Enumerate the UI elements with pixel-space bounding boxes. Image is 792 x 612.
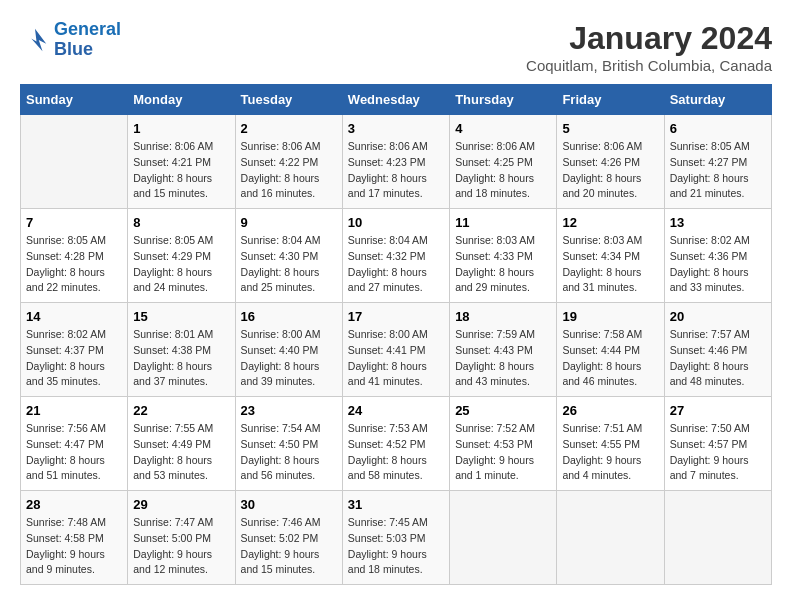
day-info: Sunrise: 8:06 AMSunset: 4:23 PMDaylight:… (348, 139, 444, 202)
day-number: 28 (26, 497, 122, 512)
calendar-cell: 29Sunrise: 7:47 AMSunset: 5:00 PMDayligh… (128, 491, 235, 585)
day-info: Sunrise: 7:51 AMSunset: 4:55 PMDaylight:… (562, 421, 658, 484)
calendar-cell: 17Sunrise: 8:00 AMSunset: 4:41 PMDayligh… (342, 303, 449, 397)
day-info: Sunrise: 7:58 AMSunset: 4:44 PMDaylight:… (562, 327, 658, 390)
day-header-friday: Friday (557, 85, 664, 115)
day-info: Sunrise: 8:04 AMSunset: 4:32 PMDaylight:… (348, 233, 444, 296)
day-info: Sunrise: 7:56 AMSunset: 4:47 PMDaylight:… (26, 421, 122, 484)
day-info: Sunrise: 7:53 AMSunset: 4:52 PMDaylight:… (348, 421, 444, 484)
day-number: 25 (455, 403, 551, 418)
day-info: Sunrise: 7:46 AMSunset: 5:02 PMDaylight:… (241, 515, 337, 578)
day-info: Sunrise: 7:54 AMSunset: 4:50 PMDaylight:… (241, 421, 337, 484)
calendar-title: January 2024 (526, 20, 772, 57)
calendar-cell: 18Sunrise: 7:59 AMSunset: 4:43 PMDayligh… (450, 303, 557, 397)
day-number: 20 (670, 309, 766, 324)
calendar-cell (21, 115, 128, 209)
calendar-cell: 8Sunrise: 8:05 AMSunset: 4:29 PMDaylight… (128, 209, 235, 303)
day-info: Sunrise: 8:00 AMSunset: 4:40 PMDaylight:… (241, 327, 337, 390)
day-number: 31 (348, 497, 444, 512)
day-info: Sunrise: 8:01 AMSunset: 4:38 PMDaylight:… (133, 327, 229, 390)
day-number: 7 (26, 215, 122, 230)
calendar-cell: 30Sunrise: 7:46 AMSunset: 5:02 PMDayligh… (235, 491, 342, 585)
calendar-cell: 23Sunrise: 7:54 AMSunset: 4:50 PMDayligh… (235, 397, 342, 491)
logo-text: General Blue (54, 20, 121, 60)
day-number: 15 (133, 309, 229, 324)
day-info: Sunrise: 8:06 AMSunset: 4:22 PMDaylight:… (241, 139, 337, 202)
calendar-cell: 19Sunrise: 7:58 AMSunset: 4:44 PMDayligh… (557, 303, 664, 397)
day-number: 14 (26, 309, 122, 324)
day-info: Sunrise: 8:06 AMSunset: 4:25 PMDaylight:… (455, 139, 551, 202)
day-header-sunday: Sunday (21, 85, 128, 115)
calendar-cell: 15Sunrise: 8:01 AMSunset: 4:38 PMDayligh… (128, 303, 235, 397)
day-info: Sunrise: 7:57 AMSunset: 4:46 PMDaylight:… (670, 327, 766, 390)
logo: General Blue (20, 20, 121, 60)
calendar-cell: 25Sunrise: 7:52 AMSunset: 4:53 PMDayligh… (450, 397, 557, 491)
calendar-cell (450, 491, 557, 585)
calendar-cell: 7Sunrise: 8:05 AMSunset: 4:28 PMDaylight… (21, 209, 128, 303)
calendar-cell: 1Sunrise: 8:06 AMSunset: 4:21 PMDaylight… (128, 115, 235, 209)
day-info: Sunrise: 7:45 AMSunset: 5:03 PMDaylight:… (348, 515, 444, 578)
day-number: 9 (241, 215, 337, 230)
day-number: 30 (241, 497, 337, 512)
day-info: Sunrise: 7:59 AMSunset: 4:43 PMDaylight:… (455, 327, 551, 390)
day-number: 3 (348, 121, 444, 136)
day-info: Sunrise: 7:47 AMSunset: 5:00 PMDaylight:… (133, 515, 229, 578)
calendar-cell: 26Sunrise: 7:51 AMSunset: 4:55 PMDayligh… (557, 397, 664, 491)
day-info: Sunrise: 8:04 AMSunset: 4:30 PMDaylight:… (241, 233, 337, 296)
day-number: 1 (133, 121, 229, 136)
calendar-cell: 9Sunrise: 8:04 AMSunset: 4:30 PMDaylight… (235, 209, 342, 303)
day-number: 27 (670, 403, 766, 418)
calendar-cell: 31Sunrise: 7:45 AMSunset: 5:03 PMDayligh… (342, 491, 449, 585)
calendar-table: SundayMondayTuesdayWednesdayThursdayFrid… (20, 84, 772, 585)
day-info: Sunrise: 8:06 AMSunset: 4:26 PMDaylight:… (562, 139, 658, 202)
calendar-week-row: 21Sunrise: 7:56 AMSunset: 4:47 PMDayligh… (21, 397, 772, 491)
calendar-cell: 20Sunrise: 7:57 AMSunset: 4:46 PMDayligh… (664, 303, 771, 397)
day-info: Sunrise: 7:48 AMSunset: 4:58 PMDaylight:… (26, 515, 122, 578)
day-number: 2 (241, 121, 337, 136)
day-number: 13 (670, 215, 766, 230)
day-number: 10 (348, 215, 444, 230)
day-info: Sunrise: 7:50 AMSunset: 4:57 PMDaylight:… (670, 421, 766, 484)
day-header-saturday: Saturday (664, 85, 771, 115)
calendar-cell: 28Sunrise: 7:48 AMSunset: 4:58 PMDayligh… (21, 491, 128, 585)
calendar-cell: 22Sunrise: 7:55 AMSunset: 4:49 PMDayligh… (128, 397, 235, 491)
calendar-cell: 27Sunrise: 7:50 AMSunset: 4:57 PMDayligh… (664, 397, 771, 491)
svg-marker-0 (31, 29, 46, 52)
day-number: 24 (348, 403, 444, 418)
day-number: 21 (26, 403, 122, 418)
day-number: 11 (455, 215, 551, 230)
calendar-week-row: 7Sunrise: 8:05 AMSunset: 4:28 PMDaylight… (21, 209, 772, 303)
page-header: General Blue January 2024 Coquitlam, Bri… (20, 20, 772, 74)
day-number: 12 (562, 215, 658, 230)
day-info: Sunrise: 8:05 AMSunset: 4:29 PMDaylight:… (133, 233, 229, 296)
day-info: Sunrise: 8:00 AMSunset: 4:41 PMDaylight:… (348, 327, 444, 390)
calendar-week-row: 1Sunrise: 8:06 AMSunset: 4:21 PMDaylight… (21, 115, 772, 209)
calendar-header-row: SundayMondayTuesdayWednesdayThursdayFrid… (21, 85, 772, 115)
day-info: Sunrise: 7:55 AMSunset: 4:49 PMDaylight:… (133, 421, 229, 484)
day-number: 5 (562, 121, 658, 136)
logo-icon (20, 25, 50, 55)
day-number: 23 (241, 403, 337, 418)
calendar-cell: 3Sunrise: 8:06 AMSunset: 4:23 PMDaylight… (342, 115, 449, 209)
calendar-cell: 13Sunrise: 8:02 AMSunset: 4:36 PMDayligh… (664, 209, 771, 303)
day-number: 16 (241, 309, 337, 324)
calendar-cell: 5Sunrise: 8:06 AMSunset: 4:26 PMDaylight… (557, 115, 664, 209)
day-info: Sunrise: 8:03 AMSunset: 4:33 PMDaylight:… (455, 233, 551, 296)
calendar-week-row: 14Sunrise: 8:02 AMSunset: 4:37 PMDayligh… (21, 303, 772, 397)
day-number: 29 (133, 497, 229, 512)
day-number: 26 (562, 403, 658, 418)
day-info: Sunrise: 8:02 AMSunset: 4:37 PMDaylight:… (26, 327, 122, 390)
calendar-week-row: 28Sunrise: 7:48 AMSunset: 4:58 PMDayligh… (21, 491, 772, 585)
day-info: Sunrise: 7:52 AMSunset: 4:53 PMDaylight:… (455, 421, 551, 484)
day-number: 18 (455, 309, 551, 324)
day-info: Sunrise: 8:06 AMSunset: 4:21 PMDaylight:… (133, 139, 229, 202)
calendar-cell: 12Sunrise: 8:03 AMSunset: 4:34 PMDayligh… (557, 209, 664, 303)
day-number: 8 (133, 215, 229, 230)
day-number: 4 (455, 121, 551, 136)
day-header-tuesday: Tuesday (235, 85, 342, 115)
calendar-cell (557, 491, 664, 585)
calendar-cell (664, 491, 771, 585)
day-number: 19 (562, 309, 658, 324)
calendar-cell: 24Sunrise: 7:53 AMSunset: 4:52 PMDayligh… (342, 397, 449, 491)
day-header-monday: Monday (128, 85, 235, 115)
